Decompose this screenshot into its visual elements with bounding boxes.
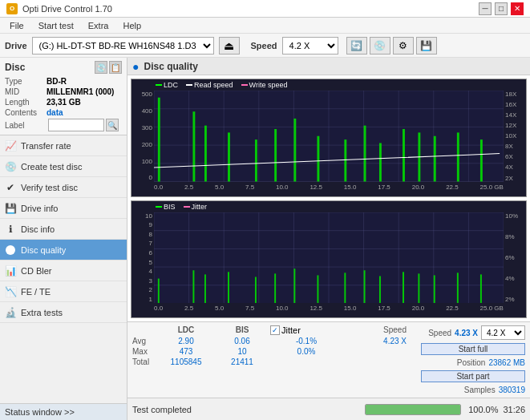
legend-jitter: Jitter <box>184 203 208 211</box>
sidebar-item-fe-te[interactable]: 📉 FE / TE <box>0 281 127 302</box>
disc-quality-icon <box>5 244 16 256</box>
stats-right: Speed 4.23 X 4.2 X Start full Position 2… <box>421 325 525 394</box>
progress-percent: 100.0% <box>466 405 498 414</box>
legend-bis: BIS <box>156 203 176 211</box>
disc-icon-1[interactable]: 💿 <box>95 61 107 74</box>
svg-rect-54 <box>204 274 206 303</box>
sidebar-item-create-test-disc[interactable]: 💿 Create test disc <box>0 156 127 177</box>
chart2-y-axis-right: 10% 8% 6% 4% 2% <box>504 212 526 304</box>
disc-type-value: BD-R <box>47 77 67 86</box>
stats-headers: LDC BIS ✓ Jitter Speed <box>132 325 416 335</box>
stats-avg-jitter: -0.1% <box>270 337 342 345</box>
speed-dropdown[interactable]: 4.2 X <box>481 325 525 340</box>
menu-file[interactable]: File <box>3 19 30 32</box>
maximize-button[interactable]: □ <box>495 2 508 15</box>
disc-length-row: Length 23,31 GB <box>5 98 122 107</box>
svg-rect-23 <box>274 129 277 181</box>
menu-extra[interactable]: Extra <box>82 19 115 32</box>
svg-rect-33 <box>480 139 483 181</box>
time-value: 31:26 <box>503 405 525 414</box>
sidebar-item-verify-test-disc[interactable]: ✔ Verify test disc <box>0 177 127 198</box>
app-icon: O <box>6 3 18 14</box>
svg-rect-27 <box>364 126 366 182</box>
stats-max-row: Max 473 10 0.0% <box>132 347 416 356</box>
sidebar-item-disc-quality[interactable]: Disc quality <box>0 240 127 260</box>
svg-rect-66 <box>457 273 459 303</box>
menu-start-test[interactable]: Start test <box>32 19 80 32</box>
stats-total-bis: 21411 <box>214 357 270 366</box>
disc-contents-value: data <box>47 108 63 117</box>
legend-jitter-label: Jitter <box>192 203 208 211</box>
drive-info-icon: 💾 <box>5 203 16 214</box>
disc-contents-row: Contents data <box>5 108 122 117</box>
drive-bar: Drive (G:) HL-DT-ST BD-RE WH16NS48 1.D3 … <box>0 34 530 58</box>
legend-read-speed-label: Read speed <box>194 81 233 89</box>
disc-label-input[interactable] <box>48 119 104 131</box>
speed-select[interactable]: 4.2 X <box>282 37 338 55</box>
chart-title: Disc quality <box>144 61 197 72</box>
chart1-svg <box>154 91 504 182</box>
position-value: 23862 MB <box>488 358 525 367</box>
sidebar-item-disc-info[interactable]: ℹ Disc info <box>0 219 127 240</box>
settings-button[interactable]: ⚙ <box>393 37 414 55</box>
stats-left: LDC BIS ✓ Jitter Speed Avg 2.90 0.06 -0.… <box>132 325 416 394</box>
sidebar-item-extra-tests[interactable]: 🔬 Extra tests <box>0 302 127 323</box>
svg-rect-58 <box>293 269 295 303</box>
legend-ldc-label: LDC <box>164 81 178 89</box>
disc-icon-2[interactable]: 📋 <box>109 61 122 74</box>
main-area: Disc 💿 📋 Type BD-R MID MILLENMR1 (000) L… <box>0 58 530 420</box>
svg-rect-55 <box>228 272 229 303</box>
title-bar: O Opti Drive Control 1.70 ─ □ ✕ <box>0 0 530 18</box>
sidebar-item-drive-info[interactable]: 💾 Drive info <box>0 198 127 219</box>
disc-type-row: Type BD-R <box>5 77 122 86</box>
start-part-button[interactable]: Start part <box>421 370 525 382</box>
sidebar-item-transfer-rate[interactable]: 📈 Transfer rate <box>0 135 127 156</box>
minimize-button[interactable]: ─ <box>479 2 492 15</box>
drive-select[interactable]: (G:) HL-DT-ST BD-RE WH16NS48 1.D3 <box>32 37 214 55</box>
disc-label-button[interactable]: 🔍 <box>106 119 119 131</box>
sidebar-item-label-drive-info: Drive info <box>21 204 58 213</box>
legend-write-speed-label: Write speed <box>249 81 288 89</box>
menu-help[interactable]: Help <box>116 19 148 32</box>
disc-label-label: Label <box>5 121 47 130</box>
stats-header-bis: BIS <box>214 325 270 335</box>
svg-rect-28 <box>379 143 382 181</box>
chart1-x-axis: 0.0 2.5 5.0 7.5 10.0 12.5 15.0 17.5 20.0… <box>154 182 504 196</box>
refresh-button[interactable]: 🔄 <box>346 37 367 55</box>
stats-max-ldc: 473 <box>158 347 214 356</box>
stats-header-ldc: LDC <box>158 325 214 335</box>
save-button[interactable]: 💾 <box>416 37 437 55</box>
stats-total-row: Total 1105845 21411 <box>132 357 416 366</box>
fe-te-icon: 📉 <box>5 286 16 297</box>
stats-max-jitter: 0.0% <box>270 347 342 356</box>
bottom-bar: Test completed 100.0% 31:26 <box>127 398 530 420</box>
chart1-y-axis-left: 500 400 300 200 100 0 <box>131 91 154 182</box>
svg-rect-18 <box>158 98 160 182</box>
jitter-check: ✓ Jitter <box>270 325 342 335</box>
svg-rect-31 <box>434 136 436 182</box>
disc-button[interactable]: 💿 <box>370 37 390 55</box>
jitter-checkbox[interactable]: ✓ <box>270 325 280 335</box>
svg-rect-32 <box>457 132 459 181</box>
app-title: Opti Drive Control 1.70 <box>22 4 112 14</box>
sidebar-item-label-disc-quality: Disc quality <box>21 245 66 255</box>
disc-contents-label: Contents <box>5 108 47 117</box>
position-label: Position <box>457 358 486 367</box>
sidebar-item-cd-bler[interactable]: 📊 CD Bler <box>0 260 127 281</box>
start-full-button[interactable]: Start full <box>421 343 525 355</box>
content-area: ● Disc quality LDC Read speed <box>127 58 530 420</box>
disc-icons: 💿 📋 <box>95 61 122 74</box>
chart1-y-axis-right: 18X 16X 14X 12X 10X 8X 6X 4X 2X <box>504 91 526 182</box>
stats-avg-bis: 0.06 <box>214 337 270 345</box>
svg-rect-62 <box>379 276 381 303</box>
verify-test-disc-icon: ✔ <box>5 182 16 193</box>
svg-rect-29 <box>403 129 405 181</box>
title-controls: ─ □ ✕ <box>479 2 524 15</box>
svg-rect-25 <box>317 136 319 182</box>
create-test-disc-icon: 💿 <box>5 161 16 172</box>
chart1-legend: LDC Read speed Write speed <box>156 81 287 89</box>
status-window-button[interactable]: Status window >> <box>0 403 127 420</box>
close-button[interactable]: ✕ <box>511 2 524 15</box>
eject-button[interactable]: ⏏ <box>219 37 240 55</box>
chart2-x-axis: 0.0 2.5 5.0 7.5 10.0 12.5 15.0 17.5 20.0… <box>154 303 504 317</box>
